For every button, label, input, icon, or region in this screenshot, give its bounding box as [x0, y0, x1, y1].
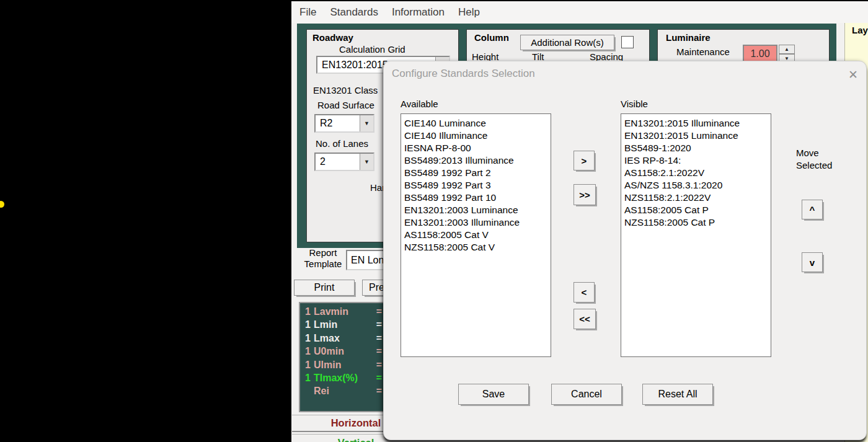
- menu-standards[interactable]: Standards: [330, 6, 378, 19]
- available-listbox[interactable]: CIE140 LuminanceCIE140 IlluminanceIESNA …: [401, 113, 551, 357]
- result-name: Lmin: [314, 318, 337, 331]
- list-item[interactable]: BS5489-1:2020: [624, 142, 771, 154]
- lanes-dropdown-icon[interactable]: ▼: [360, 154, 373, 170]
- maintenance-factor-field[interactable]: 1.00: [743, 45, 777, 63]
- result-equals: =: [376, 345, 382, 358]
- result-prefix: 1: [305, 345, 314, 358]
- result-equals: =: [376, 371, 382, 384]
- road-surface-value: R2: [316, 118, 360, 129]
- result-equals: =: [376, 358, 382, 371]
- move-left-all-button[interactable]: <<: [574, 309, 596, 329]
- result-equals: =: [376, 384, 382, 397]
- configure-standards-dialog: Configure Standards Selection ✕ Availabl…: [383, 61, 867, 440]
- result-equals: =: [376, 332, 382, 345]
- lanes-combo[interactable]: 2 ▼: [314, 152, 374, 171]
- move-down-button[interactable]: v: [802, 252, 823, 272]
- list-item[interactable]: BS5489:2013 Illuminance: [404, 154, 551, 167]
- list-item[interactable]: IES RP-8-14:: [624, 154, 771, 167]
- list-item[interactable]: NZS1158:2.1:2022V: [624, 192, 771, 204]
- road-surface-combo[interactable]: R2 ▼: [314, 114, 374, 133]
- menu-help[interactable]: Help: [458, 6, 480, 19]
- desktop: File Standards Information Help Roadway …: [0, 0, 868, 442]
- list-item[interactable]: IESNA RP-8-00: [404, 142, 551, 154]
- report-label-line2: Template: [301, 259, 345, 270]
- result-prefix: 1: [305, 318, 314, 331]
- list-item[interactable]: AS/NZS 1158.3.1:2020: [624, 179, 771, 192]
- result-prefix: 1: [305, 332, 314, 345]
- additional-rows-checkbox[interactable]: [621, 36, 634, 48]
- move-right-all-button[interactable]: >>: [574, 184, 596, 205]
- reset-all-button[interactable]: Reset All: [642, 384, 713, 405]
- menu-information[interactable]: Information: [392, 6, 445, 19]
- result-prefix: 1: [305, 305, 314, 318]
- result-equals: =: [376, 318, 382, 331]
- list-item[interactable]: AS1158:2005 Cat V: [404, 229, 551, 241]
- close-icon[interactable]: ✕: [845, 66, 861, 82]
- result-equals: =: [376, 305, 382, 318]
- yellow-dot: [0, 201, 4, 208]
- list-item[interactable]: BS5489 1992 Part 2: [404, 167, 551, 179]
- menu-file[interactable]: File: [299, 6, 316, 19]
- move-selected-label: Move Selected: [796, 147, 832, 172]
- move-left-button[interactable]: <: [574, 282, 595, 303]
- print-button[interactable]: Print: [294, 280, 355, 296]
- move-selected-line2: Selected: [796, 159, 832, 172]
- calc-grid-label: Calculation Grid: [339, 44, 405, 55]
- result-name: Ulmin: [314, 358, 341, 371]
- layout-panel-title: Lay: [845, 23, 868, 35]
- cancel-button[interactable]: Cancel: [551, 384, 622, 405]
- list-item[interactable]: AS1158:2.1:2022V: [624, 167, 771, 179]
- result-name: U0min: [314, 345, 344, 358]
- lanes-value: 2: [316, 156, 360, 167]
- result-prefix: [305, 384, 314, 397]
- list-item[interactable]: EN13201:2015 Luminance: [624, 130, 771, 142]
- list-item[interactable]: BS5489 1992 Part 10: [404, 192, 551, 204]
- move-up-button[interactable]: ^: [802, 200, 823, 219]
- road-surface-dropdown-icon[interactable]: ▼: [360, 115, 373, 131]
- list-item[interactable]: CIE140 Illuminance: [404, 130, 551, 142]
- road-surface-label: Road Surface: [317, 100, 374, 110]
- spinner-up-icon[interactable]: ▲: [779, 45, 795, 54]
- list-item[interactable]: EN13201:2015 Illuminance: [624, 117, 771, 130]
- list-item[interactable]: BS5489 1992 Part 3: [404, 179, 551, 192]
- result-name: TImax(%): [314, 371, 358, 384]
- list-item[interactable]: CIE140 Luminance: [404, 117, 551, 130]
- menu-bar: File Standards Information Help: [291, 1, 868, 23]
- column-title: Column: [474, 32, 509, 43]
- luminaire-title: Luminaire: [666, 32, 711, 43]
- list-item[interactable]: AS1158:2005 Cat P: [624, 204, 771, 216]
- report-template-label: Report Template: [301, 247, 345, 270]
- report-label-line1: Report: [301, 247, 345, 259]
- result-prefix: 1: [305, 371, 314, 384]
- result-name: Lmax: [314, 332, 340, 345]
- list-item[interactable]: NZS1158:2005 Cat V: [404, 241, 551, 254]
- result-name: Rei: [314, 384, 329, 397]
- move-right-button[interactable]: >: [574, 151, 595, 170]
- save-button[interactable]: Save: [458, 384, 529, 405]
- list-item[interactable]: NZS1158:2005 Cat P: [624, 216, 771, 229]
- maintenance-label: Maintenance: [676, 46, 730, 57]
- roadway-title: Roadway: [312, 32, 353, 43]
- dialog-title: Configure Standards Selection: [392, 68, 535, 80]
- result-prefix: 1: [305, 358, 314, 371]
- list-item[interactable]: EN13201:2003 Illuminance: [404, 216, 551, 229]
- available-label: Available: [401, 99, 438, 109]
- move-selected-line1: Move: [796, 147, 832, 159]
- list-item[interactable]: EN13201:2003 Luminance: [404, 204, 551, 216]
- en13201-class-label: EN13201 Class: [313, 85, 378, 95]
- visible-label: Visible: [621, 99, 648, 109]
- visible-listbox[interactable]: EN13201:2015 IlluminanceEN13201:2015 Lum…: [621, 113, 771, 357]
- result-name: Lavmin: [314, 305, 348, 318]
- lanes-label: No. of Lanes: [316, 138, 368, 149]
- additional-rows-button[interactable]: Additional Row(s): [520, 35, 614, 50]
